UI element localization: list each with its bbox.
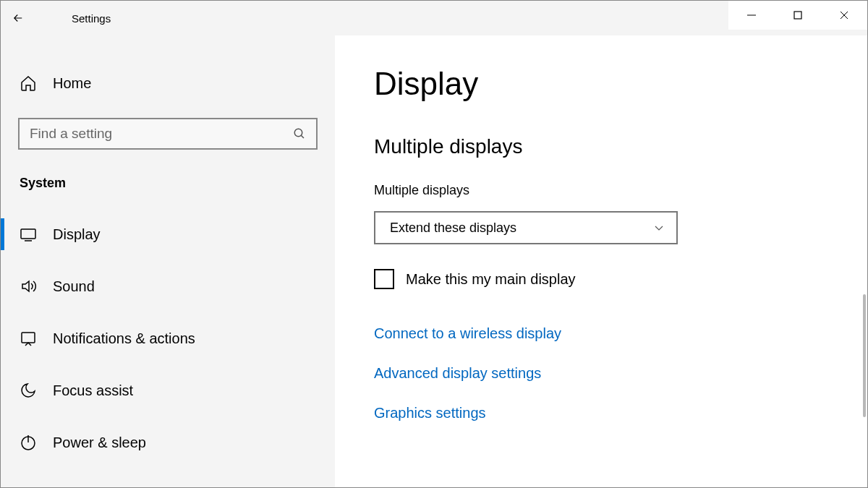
app-title: Settings	[72, 12, 111, 25]
main-panel: Display Multiple displays Multiple displ…	[335, 35, 867, 487]
home-nav[interactable]: Home	[1, 64, 335, 102]
sidebar-item-label: Focus assist	[53, 382, 133, 399]
home-label: Home	[53, 75, 91, 92]
home-icon	[20, 74, 37, 92]
dropdown-value: Extend these displays	[390, 221, 516, 236]
main-display-checkbox[interactable]: Make this my main display	[374, 269, 867, 289]
svg-point-4	[294, 129, 302, 137]
scrollbar-thumb[interactable]	[863, 294, 866, 417]
display-icon	[20, 226, 37, 243]
search-box[interactable]	[18, 118, 318, 150]
checkbox-box	[374, 269, 394, 289]
sidebar: Home System Display Sound Notifica	[1, 35, 335, 487]
sidebar-item-label: Notifications & actions	[53, 330, 195, 347]
notifications-icon	[20, 330, 37, 347]
sidebar-item-sound[interactable]: Sound	[1, 260, 335, 312]
sidebar-item-display[interactable]: Display	[1, 208, 335, 260]
titlebar: Settings	[1, 1, 867, 35]
sound-icon	[20, 278, 37, 295]
sidebar-item-label: Power & sleep	[53, 435, 146, 451]
close-button[interactable]	[821, 1, 867, 30]
search-icon	[293, 127, 306, 140]
maximize-button[interactable]	[775, 1, 821, 30]
section-title: Multiple displays	[374, 135, 867, 158]
minimize-button[interactable]	[728, 1, 775, 30]
sidebar-item-notifications[interactable]: Notifications & actions	[1, 312, 335, 364]
sidebar-item-label: Sound	[53, 278, 95, 295]
window-controls	[728, 1, 867, 30]
multiple-displays-dropdown[interactable]: Extend these displays	[374, 211, 678, 244]
content: Home System Display Sound Notifica	[1, 35, 867, 487]
power-icon	[20, 434, 37, 451]
link-advanced-display[interactable]: Advanced display settings	[374, 365, 867, 382]
close-icon	[839, 10, 849, 20]
back-arrow-icon	[12, 12, 25, 25]
sidebar-item-focus-assist[interactable]: Focus assist	[1, 364, 335, 416]
svg-rect-1	[794, 12, 801, 19]
focus-assist-icon	[20, 382, 37, 399]
svg-rect-8	[22, 333, 35, 343]
svg-line-5	[301, 135, 304, 138]
link-graphics-settings[interactable]: Graphics settings	[374, 405, 867, 421]
sidebar-item-label: Display	[53, 226, 101, 243]
back-button[interactable]	[1, 1, 35, 35]
sidebar-item-power-sleep[interactable]: Power & sleep	[1, 416, 335, 468]
link-connect-wireless[interactable]: Connect to a wireless display	[374, 325, 867, 342]
maximize-icon	[793, 10, 803, 20]
page-title: Display	[374, 66, 867, 102]
minimize-icon	[746, 10, 757, 20]
chevron-down-icon	[653, 222, 665, 234]
svg-rect-6	[21, 229, 35, 239]
checkbox-label: Make this my main display	[406, 271, 576, 288]
dropdown-label: Multiple displays	[374, 183, 867, 198]
search-input[interactable]	[30, 126, 293, 142]
category-label: System	[20, 176, 335, 191]
